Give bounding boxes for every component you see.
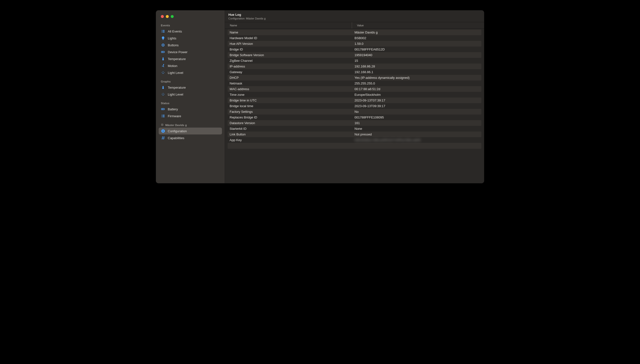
- page-subtitle: Configuration: Mäster Davids g: [228, 17, 480, 20]
- sidebar-item-label: Configuration: [168, 129, 187, 133]
- table-cell-name: Bridge local time: [228, 103, 352, 109]
- thermometer-icon: [161, 86, 165, 90]
- table-cell-name: IP-address: [228, 64, 352, 69]
- table-cell-value: 00:17:88:a6:51:2d: [352, 86, 481, 92]
- table-cell-value: OBI3ZkBck.SMLasRflJsCYvlPhzrO8LLaK0t: [352, 137, 481, 143]
- sidebar-item-label: Capabilities: [168, 136, 184, 140]
- table-row[interactable]: Time zoneEurope/Stockholm: [228, 92, 481, 98]
- thermometer-icon: [161, 57, 165, 61]
- sidebar-item-all-events[interactable]: All Events: [159, 28, 222, 35]
- brightness-icon: [161, 71, 165, 74]
- sidebar-item-configuration[interactable]: Configuration: [159, 128, 222, 134]
- table-row[interactable]: DHCPYes (IP-address dynamically assigned…: [228, 75, 481, 80]
- window-controls: [156, 12, 225, 23]
- hub-icon: [161, 124, 164, 126]
- table-row[interactable]: MAC-address00:17:88:a6:51:2d: [228, 86, 481, 92]
- table-cell-name: Link Button: [228, 132, 352, 137]
- table-cell-value: 2023-09-13T09:39:17: [352, 103, 481, 109]
- table-cell-value: 192.168.86.28: [352, 64, 481, 69]
- table-cell-name: Time zone: [228, 92, 352, 98]
- sidebar-item-temperature[interactable]: Temperature: [159, 56, 222, 62]
- table-row[interactable]: Hardware Model IDBSB002: [228, 35, 481, 41]
- brightness-icon: [161, 92, 165, 96]
- table-row[interactable]: Bridge local time2023-09-13T09:39:17: [228, 103, 481, 109]
- table-row[interactable]: Gateway192.168.86.1: [228, 69, 481, 75]
- minimize-button[interactable]: [166, 15, 169, 18]
- sidebar-item-firmware[interactable]: Firmware: [159, 112, 222, 120]
- table-cell-value: 001788FFFEA6512D: [352, 46, 481, 52]
- table-cell-value: 1959194040: [352, 52, 481, 58]
- sidebar-item-label: Device Power: [168, 50, 188, 54]
- table-cell-value: 255.255.255.0: [352, 80, 481, 86]
- sidebar-section-text: Graphs: [161, 80, 171, 83]
- table-row[interactable]: Link ButtonNot pressed: [228, 132, 481, 137]
- sidebar-item-label: Lights: [168, 36, 176, 40]
- table-cell-value: 001788FFFE108095: [352, 114, 481, 120]
- battery-icon: [161, 107, 165, 111]
- table-cell-name: Gateway: [228, 69, 352, 75]
- sidebar-item-light-level[interactable]: Light Level: [159, 69, 222, 76]
- table-cell-name: Netmask: [228, 80, 352, 86]
- table-row[interactable]: Netmask255.255.255.0: [228, 80, 481, 86]
- sidebar-item-label: Temperature: [168, 86, 186, 90]
- table-row[interactable]: Datastore Version161: [228, 120, 481, 126]
- table-row[interactable]: ZigBee Channel15: [228, 58, 481, 64]
- table-row[interactable]: Factory SettingsNo: [228, 109, 481, 114]
- table-cell-value: No: [352, 109, 481, 114]
- column-header-name[interactable]: Name: [225, 22, 352, 28]
- table-cell-value: None: [352, 126, 481, 132]
- bulb-icon: [161, 36, 165, 40]
- sidebar-item-label: Motion: [168, 64, 177, 68]
- sidebar-item-motion[interactable]: Motion: [159, 62, 222, 69]
- hash-icon: [161, 136, 165, 140]
- column-header-value[interactable]: Value: [352, 22, 484, 28]
- app-window: EventsAll EventsLightsButtonsDevice Powe…: [156, 10, 484, 183]
- table-cell-name: ZigBee Channel: [228, 58, 352, 64]
- table-cell-value: BSB002: [352, 35, 481, 41]
- main-panel: Hue Log Configuration: Mäster Davids g N…: [225, 10, 484, 183]
- table-cell-value: Yes (IP-address dynamically assigned): [352, 75, 481, 80]
- sidebar-item-lights[interactable]: Lights: [159, 35, 222, 42]
- table-cell-name: MAC-address: [228, 86, 352, 92]
- table-cell-value: 161: [352, 120, 481, 126]
- circle-icon: [161, 43, 165, 47]
- table-row[interactable]: Bridge Software Version1959194040: [228, 52, 481, 58]
- sidebar-item-device-power[interactable]: Device Power: [159, 48, 222, 56]
- table-cell-name: Factory Settings: [228, 109, 352, 114]
- list-icon: [161, 114, 165, 118]
- table-row[interactable]: Bridge time in UTC2023-09-13T07:39:17: [228, 98, 481, 103]
- table-row[interactable]: IP-address192.168.86.28: [228, 64, 481, 69]
- table-cell-name: Bridge time in UTC: [228, 98, 352, 103]
- table-row[interactable]: Hue API Version1.59.0: [228, 41, 481, 46]
- sidebar-item-label: Light Level: [168, 92, 183, 96]
- close-button[interactable]: [161, 15, 164, 18]
- table-row-empty: [228, 143, 481, 149]
- sidebar-item-label: Light Level: [168, 71, 183, 74]
- table-cell-value: Europe/Stockholm: [352, 92, 481, 98]
- sidebar-section-label: Graphs: [156, 79, 225, 84]
- motion-icon: [161, 64, 165, 68]
- sidebar-section-text: Status: [161, 102, 170, 105]
- sidebar-item-battery[interactable]: Battery: [159, 106, 222, 112]
- table-row[interactable]: Starterkit IDNone: [228, 126, 481, 132]
- table-row[interactable]: NameMäster Davids g: [228, 30, 481, 35]
- sidebar-item-graph-light-level[interactable]: Light Level: [159, 91, 222, 98]
- table-header: Name Value: [225, 22, 484, 29]
- sidebar-item-graph-temperature[interactable]: Temperature: [159, 84, 222, 91]
- table-cell-name: DHCP: [228, 75, 352, 80]
- table-row[interactable]: Replaces Bridge ID001788FFFE108095: [228, 114, 481, 120]
- sidebar-item-capabilities[interactable]: Capabilities: [159, 134, 222, 141]
- table-row[interactable]: Bridge ID001788FFFEA6512D: [228, 46, 481, 52]
- battery-icon: [161, 50, 165, 54]
- table-cell-name: Name: [228, 30, 352, 35]
- sidebar-item-buttons[interactable]: Buttons: [159, 42, 222, 48]
- sidebar-section-text: Events: [161, 24, 170, 27]
- table-cell-value: 2023-09-13T07:39:17: [352, 98, 481, 103]
- sidebar-section-label: Status: [156, 101, 225, 106]
- sidebar-section-label: Mäster Davids g: [156, 122, 225, 128]
- fullscreen-button[interactable]: [171, 15, 174, 18]
- table-row[interactable]: App KeyOBI3ZkBck.SMLasRflJsCYvlPhzrO8LLa…: [228, 137, 481, 143]
- sidebar: EventsAll EventsLightsButtonsDevice Powe…: [156, 10, 225, 183]
- table-cell-name: Replaces Bridge ID: [228, 114, 352, 120]
- table-cell-name: Bridge ID: [228, 46, 352, 52]
